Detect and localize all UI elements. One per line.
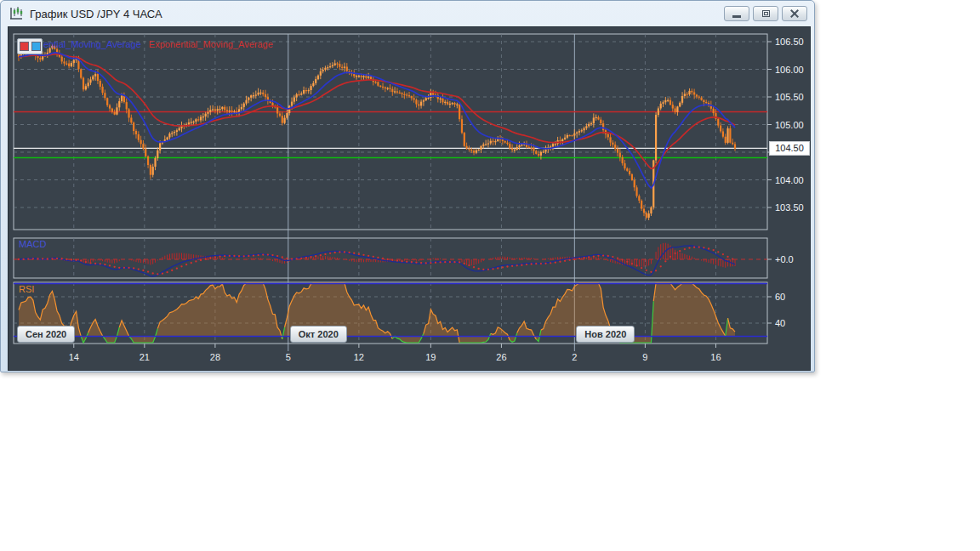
restore-icon (762, 10, 770, 17)
price-chart-canvas[interactable]: 14212851219262916106.50106.00105.50105.0… (9, 27, 810, 370)
svg-text:14: 14 (69, 352, 79, 362)
ema-slow-swatch-icon (20, 42, 29, 51)
svg-text:21: 21 (140, 352, 150, 362)
svg-text:28: 28 (210, 352, 220, 362)
current-price-tag: 104.50 (769, 141, 810, 156)
minimize-button[interactable] (724, 6, 749, 21)
window-title: График USD /JPY 4 ЧАСА (30, 8, 162, 20)
month-label-sep: Сен 2020 (17, 326, 75, 343)
svg-text:19: 19 (425, 352, 436, 362)
svg-text:104.00: 104.00 (775, 175, 804, 185)
svg-text:+0.0: +0.0 (775, 254, 794, 264)
ema-legend-labels: ential_Moving_Average Exponential_Moving… (43, 39, 273, 49)
svg-text:60: 60 (775, 292, 785, 302)
window-controls (724, 6, 809, 21)
svg-text:9: 9 (642, 352, 647, 362)
svg-text:12: 12 (354, 352, 364, 362)
svg-text:40: 40 (775, 318, 785, 328)
ema-slow-label: Exponential_Moving_Average (149, 39, 273, 49)
macd-histogram (28, 243, 735, 268)
ema-fast-label: ential_Moving_Average (43, 39, 141, 49)
svg-text:16: 16 (710, 352, 721, 362)
svg-text:26: 26 (496, 352, 506, 362)
candles-layer (18, 44, 736, 220)
ema-fast-swatch-icon (31, 42, 41, 51)
macd-panel-border (14, 238, 767, 278)
chart-window: График USD /JPY 4 ЧАСА 14212851219262916… (0, 0, 815, 372)
svg-text:105.00: 105.00 (775, 120, 804, 130)
svg-text:106.50: 106.50 (775, 37, 804, 47)
svg-text:106.00: 106.00 (775, 65, 804, 75)
month-label-oct: Окт 2020 (290, 326, 347, 343)
chart-content-area: 14212851219262916106.50106.00105.50105.0… (8, 26, 811, 371)
close-button[interactable] (782, 6, 807, 21)
candlestick-chart-icon (8, 5, 25, 22)
ema-legend-swatches[interactable] (17, 38, 43, 54)
month-label-nov: Нов 2020 (576, 326, 635, 343)
restore-button[interactable] (753, 6, 778, 21)
svg-text:2: 2 (572, 352, 577, 362)
close-icon (790, 9, 799, 18)
svg-text:5: 5 (286, 352, 291, 362)
rsi-panel-label: RSI (19, 284, 34, 294)
svg-text:103.50: 103.50 (775, 202, 804, 213)
macd-panel-label: MACD (19, 239, 46, 249)
window-titlebar[interactable]: График USD /JPY 4 ЧАСА (1, 1, 814, 26)
svg-text:105.50: 105.50 (775, 92, 804, 102)
minimize-icon (732, 15, 741, 18)
